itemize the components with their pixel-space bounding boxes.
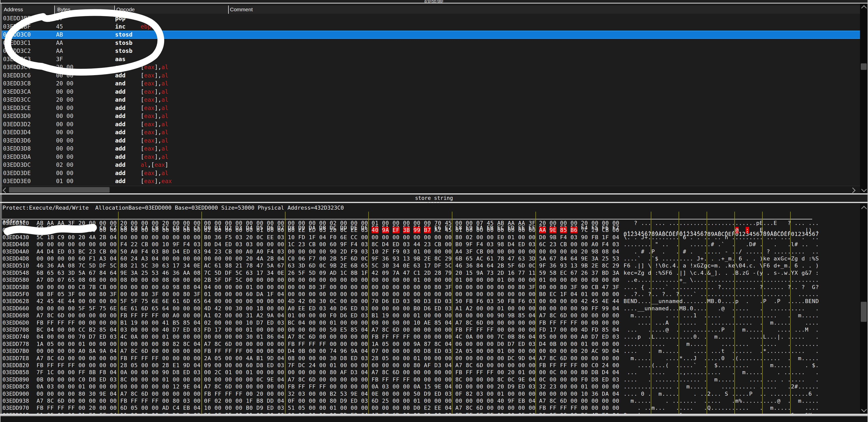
hex-row[interactable]: 03EDD7781A 05 00 00 01 00 00 00 00 00 00… (0, 341, 866, 347)
hex-row[interactable]: 03EDD4D800 00 00 00 60 F1 A3 04 60 24 A3… (0, 255, 866, 262)
disasm-row[interactable]: 03EDD3CE00 00add[eax],al (2, 104, 861, 112)
instruction-mnemonic: stosb (115, 39, 132, 47)
disasm-row[interactable]: 03EDD3D200 00add[eax],al (2, 120, 861, 129)
hex-row-ascii: Q...! ..... .&............ . m..... ....… (624, 412, 819, 414)
disasm-vertical-scrollbar[interactable] (860, 3, 868, 186)
instruction-address: 03EDD3DA (3, 153, 31, 161)
disasm-row[interactable]: 03EDD3C600 00add[eax],al (2, 72, 861, 80)
disasm-hscroll-thumb[interactable] (9, 187, 110, 193)
column-header-address[interactable]: Address (4, 6, 23, 12)
column-separator[interactable] (54, 5, 55, 14)
scrollbar-corner[interactable] (860, 186, 868, 193)
disasm-row[interactable]: 03EDD3C2AAstosb (2, 47, 861, 55)
hex-row-bytes: 00 00 00 00 00 00 00 00 F4 22 CB 00 10 9… (36, 241, 619, 248)
hex-row-ascii: BEND....__unnamed.......MB.0....p . .P .… (624, 298, 819, 305)
hex-row[interactable]: 03EDD708BC 04 00 00 CC B2 85 04 03 00 00… (0, 326, 866, 333)
scroll-right-icon[interactable] (850, 188, 856, 193)
disasm-row[interactable]: 03EDD3CA00 00add[eax],al (2, 88, 861, 96)
hex-row[interactable]: 03EDD5486B 65 63 3D 5A 67 84 64 9E 3A 25… (0, 270, 866, 277)
scroll-left-icon[interactable] (3, 188, 8, 193)
disasm-row[interactable]: 03EDD3BF45incebp (2, 23, 861, 31)
disasm-row[interactable]: 03EDD3CC20 00and[eax],al (2, 96, 861, 104)
hex-scroll-thumb[interactable] (861, 302, 867, 322)
instruction-address: 03EDD3D6 (3, 137, 31, 145)
disasm-row[interactable]: 03EDD3C0ABstosd (2, 31, 861, 39)
disasm-row[interactable]: 03EDD3D000 00add[eax],al (2, 112, 861, 120)
disasm-scroll-thumb[interactable] (861, 63, 867, 70)
disasm-row[interactable]: 03EDD3C820 00and[eax],al (2, 79, 861, 88)
hex-row-ascii: .... . ............. . m..... .... ... .… (624, 376, 819, 383)
column-header-bytes[interactable]: Bytes (57, 6, 70, 12)
instruction-operands: [eax],al (141, 137, 168, 145)
disasm-row[interactable]: 03EDD3BE07popes (2, 14, 861, 23)
hex-row[interactable]: 03EDD46800 00 00 00 00 00 00 00 F4 22 CB… (0, 241, 866, 248)
hex-row-ascii: kec=Zg d :%SF6 .|] \c.4.&_]. . .B.zG -(y… (624, 270, 819, 277)
column-separator[interactable] (228, 5, 229, 14)
window-caption-bar[interactable]: 03EDD3BE (0, 0, 868, 3)
hex-row[interactable]: 03EDD938A7 8C 6D 00 00 00 00 00 FB FF FF… (0, 397, 866, 404)
column-header-opcode[interactable]: Opcode (116, 6, 135, 12)
hex-row[interactable]: 03EDD698A7 8C 6D 00 00 00 00 00 FB FF FF… (0, 312, 866, 319)
scroll-down-icon[interactable] (861, 407, 867, 413)
disasm-horizontal-scrollbar[interactable] (0, 186, 860, 194)
hex-row-bytes: 42 45 4E 44 00 00 00 00 5F 5F 75 6E 6E 6… (36, 298, 619, 305)
hex-row-bytes: 5C 1B C9 00 20 4A 2B 04 00 00 00 00 00 0… (36, 234, 619, 241)
hex-row[interactable]: 03EDD3C0AB AA AA 3F 20 00 00 00 20 00 00… (0, 220, 866, 227)
hex-row[interactable]: 03EDD51046 36 AA 08 7C 5D DF 5C 88 21 5C… (0, 262, 866, 269)
hex-row[interactable]: 03EDD74004 00 00 00 70 D7 ED 03 4C 0A 00… (0, 333, 866, 340)
disasm-row[interactable]: 03EDD3C420 00and[eax],al (2, 63, 861, 72)
hex-row-address: 03EDD9A8 (2, 412, 29, 414)
hex-row[interactable]: 03EDD6D0FB FF FF FF 00 00 00 00 B1 19 00… (0, 319, 866, 326)
hex-row-address: 03EDD4A0 (2, 248, 29, 255)
hex-row-address: 03EDD858 (2, 369, 29, 376)
hex-row[interactable]: 03EDD8587F 1C 00 00 FF 8B F8 04 0A 00 00… (0, 369, 866, 376)
scroll-down-icon[interactable] (861, 187, 867, 192)
instruction-address: 03EDD3D2 (3, 120, 31, 129)
hex-row[interactable]: 03EDD4A0A4 D4 ED 03 BC 23 CB 00 50 A0 F4… (0, 248, 866, 255)
disasm-row[interactable]: 03EDD3D600 00add[eax],al (2, 137, 861, 145)
disasm-row[interactable]: 03EDD3D400 00add[eax],al (2, 128, 861, 137)
hex-row[interactable]: 03EDD5F00B 8F 05 3F 00 00 80 3F 00 00 80… (0, 291, 866, 298)
instruction-address: 03EDD3DE (3, 169, 31, 177)
instruction-operands: [eax],al (141, 144, 168, 153)
hex-row[interactable]: 03EDD4305C 1B C9 00 20 4A 2B 04 00 00 00… (0, 234, 866, 241)
hex-row[interactable]: 03EDD3F820 00 00 00 00 00 00 00 00 00 00… (0, 227, 866, 234)
column-separator[interactable] (114, 5, 115, 14)
hex-row-bytes: 6B 65 63 3D 5A 67 84 64 9E 3A 25 53 46 3… (36, 270, 619, 277)
instruction-bytes: 00 00 (56, 128, 73, 137)
hex-row-ascii: .... ...A ...... . ............ . m.....… (624, 319, 819, 326)
hex-row-bytes: 51 05 00 00 21 F0 FF 04 11 00 00 00 F0 D… (36, 412, 619, 414)
hex-row-address: 03EDD970 (2, 404, 29, 412)
disasm-row[interactable]: 03EDD3D800 00add[eax],al (2, 144, 861, 153)
disasm-row[interactable]: 03EDD3C33Faas (2, 55, 861, 63)
hex-row[interactable]: 03EDD7B000 00 00 00 A0 8A 9A 04 A7 8C 6D… (0, 347, 866, 355)
column-header-comment[interactable]: Comment (230, 6, 253, 12)
hex-row[interactable]: 03EDD5B800 00 00 00 C8 7B CB 00 00 00 00… (0, 284, 866, 291)
hex-vertical-scrollbar[interactable] (860, 204, 868, 414)
hex-row[interactable]: 03EDD90000 00 00 00 80 30 9E 04 A7 8C 6D… (0, 390, 866, 397)
hex-row-address: 03EDD660 (2, 305, 29, 312)
scroll-up-icon[interactable] (861, 5, 867, 11)
hex-row[interactable]: 03EDD8900B 00 00 00 C0 D8 ED 03 8C 00 00… (0, 376, 866, 383)
instruction-bytes: 00 00 (56, 112, 73, 120)
hex-row-bytes: 46 36 AA 08 7C 5D DF 5C 88 21 5C 30 63 1… (36, 262, 619, 269)
hex-row[interactable]: 03EDD62842 45 4E 44 00 00 00 00 5F 5F 75… (0, 298, 866, 305)
hex-row[interactable]: 03EDD9A851 05 00 00 21 F0 FF 04 11 00 00… (0, 412, 866, 414)
instruction-operands: [eax],al (141, 88, 168, 96)
disasm-row[interactable]: 03EDD3C1AAstosb (2, 39, 861, 47)
instruction-operands: [eax],al (141, 96, 168, 104)
hex-row-bytes: 00 00 00 00 A0 8A 9A 04 A7 8C 6D 00 00 0… (36, 347, 619, 355)
disasm-row[interactable]: 03EDD3DE00 00add[eax],al (2, 169, 861, 177)
instruction-mnemonic: add (115, 161, 126, 169)
disasm-row[interactable]: 03EDD3E001 00add[eax],eax (2, 177, 861, 185)
disasm-row[interactable]: 03EDD3DA00 00add[eax],al (2, 153, 861, 161)
hex-row[interactable]: 03EDD7E8A7 8C 6D 00 00 00 00 00 FB FF FF… (0, 355, 866, 362)
hex-row[interactable]: 03EDD580A7 0D 07 65 08 08 00 00 08 00 00… (0, 277, 866, 283)
hex-row[interactable]: 03EDD820FB FF FF FF 00 00 00 00 28 05 00… (0, 362, 866, 369)
disasm-row[interactable]: 03EDD3DC02 00addal,[eax] (2, 161, 861, 169)
hex-row[interactable]: 03EDD970FB FF FF FF 00 20 00 00 6D 05 00… (0, 404, 866, 412)
hex-row[interactable]: 03EDD8C80A 03 00 00 01 00 00 00 00 00 00… (0, 383, 866, 390)
instruction-bytes: 00 00 (56, 88, 73, 96)
hex-row[interactable]: 03EDD66000 00 00 00 5F 5F 75 6E 6E 61 6D… (0, 305, 866, 312)
scroll-up-icon[interactable] (861, 206, 867, 212)
